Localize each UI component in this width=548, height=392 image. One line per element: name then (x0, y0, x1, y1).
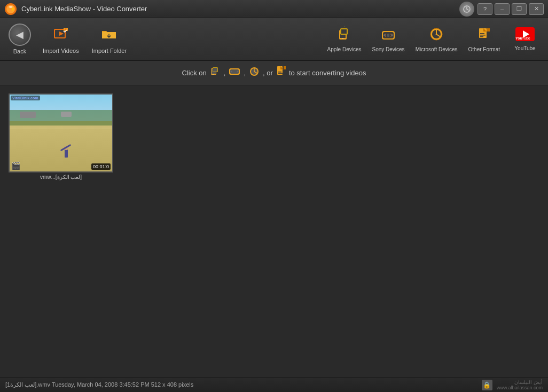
lock-icon[interactable]: 🔒 (482, 380, 492, 390)
hint-sep3: , or (263, 69, 273, 77)
apple-devices-button[interactable]: Apple Devices (323, 23, 366, 56)
hint-icon-microsoft (249, 66, 260, 80)
hint-sep2: , (244, 69, 246, 77)
svg-text:Tube: Tube (522, 36, 530, 40)
svg-rect-28 (480, 35, 486, 36)
sony-devices-icon (380, 26, 396, 44)
update-button[interactable] (459, 2, 474, 17)
close-button[interactable]: ✕ (529, 3, 544, 15)
youtube-label: YouTube (514, 45, 535, 51)
youtube-icon: You Tube (515, 27, 535, 43)
svg-rect-29 (480, 36, 483, 37)
video-filename: [لعب الكرة]...wmv (40, 174, 82, 180)
sony-devices-label: Sony Devices (372, 46, 404, 52)
toolbar: ◀ Back Import Videos Import Folder (0, 18, 548, 61)
back-label: Back (13, 48, 26, 54)
import-folder-icon (100, 25, 118, 45)
svg-point-42 (237, 71, 239, 73)
svg-rect-46 (284, 66, 286, 69)
title-bar: CyberLink MediaShow - Video Converter ? … (0, 0, 548, 18)
hint-icon-format (276, 66, 286, 80)
restore-button[interactable]: ❐ (512, 3, 527, 15)
import-folder-label: Import Folder (92, 48, 127, 54)
status-bar: [لعب الكرة1].wmv Tuesday, March 04, 2008… (0, 377, 548, 392)
other-format-button[interactable]: Other Format (464, 23, 504, 56)
microsoft-devices-icon (428, 26, 444, 44)
hint-icon-apple (210, 66, 221, 80)
other-format-icon (476, 26, 492, 44)
hint-prefix: Click on (182, 69, 207, 77)
help-button[interactable]: ? (477, 3, 492, 15)
import-videos-label: Import Videos (43, 48, 79, 54)
video-type-icon: 🎬 (11, 161, 20, 170)
back-button[interactable]: ◀ Back (4, 20, 35, 58)
svg-rect-10 (342, 38, 343, 39)
watermark-line1: أيضَ البيلسان (497, 380, 543, 385)
svg-rect-17 (387, 34, 389, 37)
status-text: [لعب الكرة1].wmv Tuesday, March 04, 2008… (5, 381, 477, 388)
svg-rect-12 (341, 29, 347, 34)
hint-bar: Click on , , , or (0, 61, 548, 85)
svg-rect-47 (278, 72, 281, 73)
hint-icon-sony (229, 67, 240, 79)
svg-point-18 (385, 34, 386, 35)
main-content: ViralBlnik.com 🎬 00:01:0 [لعب الكرة]...w… (0, 85, 548, 377)
apple-devices-label: Apple Devices (327, 46, 362, 52)
sony-devices-button[interactable]: Sony Devices (367, 23, 409, 56)
svg-rect-36 (213, 74, 214, 75)
watermark-line2: www.albailassan.com (497, 385, 543, 390)
svg-rect-48 (278, 73, 283, 74)
video-duration: 00:01:0 (91, 163, 111, 170)
import-videos-icon (52, 25, 70, 45)
svg-rect-26 (487, 28, 490, 32)
youtube-button[interactable]: You Tube YouTube (506, 24, 544, 54)
hint-sep1: , (224, 69, 226, 77)
video-thumbnail[interactable]: ViralBlnik.com 🎬 00:01:0 (9, 93, 113, 173)
window-controls: ? – ❐ ✕ (477, 3, 544, 15)
back-icon: ◀ (9, 23, 31, 46)
video-scene (10, 95, 112, 171)
svg-rect-38 (213, 68, 217, 72)
microsoft-devices-button[interactable]: Microsoft Devices (411, 23, 462, 56)
other-format-label: Other Format (468, 46, 500, 52)
svg-point-19 (385, 36, 386, 37)
svg-point-21 (390, 36, 392, 37)
svg-point-24 (436, 33, 437, 35)
hint-suffix: to start converting videos (289, 69, 366, 77)
watermark-logo: ViralBlnik.com (11, 96, 40, 100)
svg-rect-27 (480, 33, 484, 34)
status-right: 🔒 أيضَ البيلسان www.albailassan.com (482, 380, 543, 390)
app-title: CyberLink MediaShow - Video Converter (21, 5, 459, 13)
watermark-text: أيضَ البيلسان www.albailassan.com (497, 380, 543, 390)
microsoft-devices-label: Microsoft Devices (416, 46, 458, 52)
svg-text:You: You (515, 36, 522, 40)
svg-point-20 (390, 34, 392, 35)
svg-point-41 (231, 71, 232, 73)
minimize-button[interactable]: – (495, 3, 510, 15)
svg-point-16 (391, 34, 393, 36)
video-item[interactable]: ViralBlnik.com 🎬 00:01:0 [لعب الكرة]...w… (8, 93, 114, 180)
svg-point-15 (383, 34, 386, 36)
import-videos-button[interactable]: Import Videos (37, 21, 84, 57)
import-folder-button[interactable]: Import Folder (87, 21, 132, 57)
apple-devices-icon (336, 26, 353, 44)
app-logo (4, 3, 17, 15)
